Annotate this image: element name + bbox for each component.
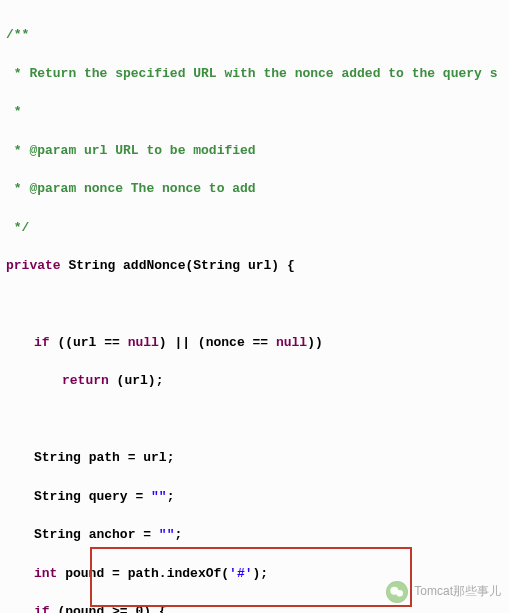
doc-line: /** — [6, 25, 503, 44]
decl-anchor: String anchor = ""; — [6, 525, 503, 544]
if-null-check: if ((url == null) || (nonce == null)) — [6, 333, 503, 352]
doc-line: */ — [6, 218, 503, 237]
decl-query: String query = ""; — [6, 487, 503, 506]
code-block: /** * Return the specified URL with the … — [0, 0, 509, 613]
return-url: return (url); — [6, 371, 503, 390]
if-pound: if (pound >= 0) { — [6, 602, 503, 613]
method-signature: private String addNonce(String url) { — [6, 256, 503, 275]
doc-line: * Return the specified URL with the nonc… — [6, 64, 503, 83]
doc-line: * @param url URL to be modified — [6, 141, 503, 160]
decl-pound: int pound = path.indexOf('#'); — [6, 564, 503, 583]
decl-path: String path = url; — [6, 448, 503, 467]
doc-line: * @param nonce The nonce to add — [6, 179, 503, 198]
doc-line: * — [6, 102, 503, 121]
